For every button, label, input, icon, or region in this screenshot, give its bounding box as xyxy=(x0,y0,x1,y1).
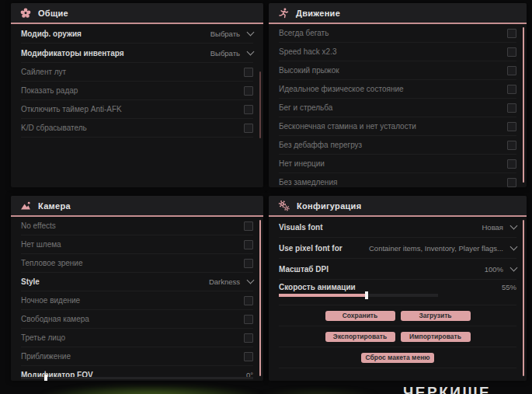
chevron-down-icon xyxy=(247,28,255,36)
movement-scrollbar[interactable] xyxy=(523,27,524,183)
fov-slider[interactable] xyxy=(21,377,253,379)
high-jump-row[interactable]: Высокий прыжок xyxy=(279,61,516,80)
grass-blur-background xyxy=(43,385,260,394)
inventory-mod-row: Модификаторы инвентаря Выбрать xyxy=(21,44,253,63)
no-helmet-checkbox[interactable] xyxy=(244,240,253,249)
no-slowdown-checkbox[interactable] xyxy=(507,178,516,187)
free-camera-checkbox[interactable] xyxy=(244,315,253,324)
dpi-scale-label: Масштаб DPI xyxy=(279,265,329,274)
weapon-mod-dropdown[interactable]: Выбрать xyxy=(210,30,253,38)
anim-slider-handle[interactable] xyxy=(365,291,368,299)
chevron-down-icon xyxy=(247,47,255,55)
panel-general-header[interactable]: Общие xyxy=(11,3,263,24)
night-vision-checkbox[interactable] xyxy=(244,296,253,305)
weapon-mod-label: Модиф. оружия xyxy=(21,30,82,38)
show-radar-row[interactable]: Показать радар xyxy=(21,82,253,100)
thermal-vision-row[interactable]: Тепловое зрение xyxy=(21,254,253,273)
grass-blur-background-2 xyxy=(256,389,381,394)
zoom-checkbox[interactable] xyxy=(244,352,253,361)
chevron-down-icon xyxy=(247,277,255,284)
inventory-mod-dropdown[interactable]: Выбрать xyxy=(210,49,253,58)
show-radar-checkbox[interactable] xyxy=(244,86,253,96)
location-name-overlay: ЧЕРКИШЕ xyxy=(403,384,491,394)
high-jump-checkbox[interactable] xyxy=(507,66,516,75)
panel-general: Общие Модиф. оружия Выбрать Модификаторы… xyxy=(11,3,263,187)
panel-movement: Движение Всегда бегать Speed hack x2.3 В… xyxy=(269,3,527,187)
weapon-mod-row: Модиф. оружия Выбрать xyxy=(21,24,253,44)
panel-config: Конфигурация Visuals font Новая Use pixe… xyxy=(269,196,527,381)
mod-menu-screen: ЧЕРКИШЕ Общие Модиф. оружия Выбрать xyxy=(0,0,532,394)
camera-scrollbar[interactable] xyxy=(259,220,261,376)
save-button[interactable]: Сохранить xyxy=(325,311,395,321)
config-buttons-row-2: Экспортировать Импортировать xyxy=(279,326,516,347)
import-button[interactable]: Импортировать xyxy=(401,332,471,342)
panel-general-title: Общие xyxy=(38,9,68,18)
no-slowdown-row[interactable]: Без замедления xyxy=(279,173,516,187)
silent-loot-row[interactable]: Сайлент лут xyxy=(21,63,253,82)
infinite-stamina-row[interactable]: Бесконечная стамина и нет усталости xyxy=(279,117,516,136)
chevron-down-icon xyxy=(510,221,518,229)
pixel-font-dropdown[interactable]: Container items, Inventory, Player flags… xyxy=(369,244,516,253)
chevron-down-icon xyxy=(510,242,518,250)
image-icon xyxy=(20,200,31,211)
third-person-checkbox[interactable] xyxy=(244,333,253,343)
kd-reset-checkbox[interactable] xyxy=(244,124,253,133)
always-run-checkbox[interactable] xyxy=(507,29,516,38)
no-effects-checkbox[interactable] xyxy=(244,221,253,231)
anti-afk-row[interactable]: Отключить таймер Anti-AFK xyxy=(21,100,253,119)
config-buttons-row-1: Сохранить Загрузить xyxy=(279,305,516,326)
anim-slider-fill xyxy=(279,294,367,297)
panel-camera: Камера No effects Нет шлема Тепловое зре… xyxy=(11,196,263,381)
kd-reset-row[interactable]: K/D сбрасыватель xyxy=(21,119,253,138)
dpi-scale-row: Масштаб DPI 100% xyxy=(279,259,516,280)
panel-movement-title: Движение xyxy=(296,9,340,18)
panel-config-header[interactable]: Конфигурация xyxy=(269,196,527,217)
pixel-font-label: Use pixel font for xyxy=(279,244,342,253)
visuals-font-label: Visuals font xyxy=(279,223,323,232)
dpi-scale-dropdown[interactable]: 100% xyxy=(485,265,516,274)
flower-icon xyxy=(20,8,31,19)
pixel-font-row: Use pixel font for Container items, Inve… xyxy=(279,238,516,259)
anim-speed-row: Скорость анимации 55% xyxy=(279,280,516,305)
infinite-stamina-checkbox[interactable] xyxy=(507,122,516,131)
visuals-font-dropdown[interactable]: Новая xyxy=(482,223,516,232)
no-inertia-checkbox[interactable] xyxy=(507,159,516,169)
night-vision-row[interactable]: Ночное видение xyxy=(21,291,253,310)
anim-speed-slider[interactable] xyxy=(279,294,438,297)
config-buttons-row-3: Сброс макета меню xyxy=(279,347,516,368)
style-dropdown[interactable]: Darkness xyxy=(209,277,253,286)
speed-hack-checkbox[interactable] xyxy=(507,47,516,57)
export-button[interactable]: Экспортировать xyxy=(325,332,395,342)
perfect-condition-checkbox[interactable] xyxy=(507,85,516,94)
no-helmet-row[interactable]: Нет шлема xyxy=(21,235,253,254)
no-overload-debuff-row[interactable]: Без дебаффа перегруз xyxy=(279,136,516,155)
fov-slider-handle[interactable] xyxy=(44,375,47,381)
free-camera-row[interactable]: Свободная камера xyxy=(21,310,253,329)
inventory-mod-label: Модификаторы инвентаря xyxy=(21,49,124,58)
style-row: Style Darkness xyxy=(21,273,253,291)
panel-movement-header[interactable]: Движение xyxy=(269,3,527,24)
style-label: Style xyxy=(21,277,40,286)
third-person-row[interactable]: Третье лицо xyxy=(21,329,253,347)
always-run-row[interactable]: Всегда бегать xyxy=(279,24,516,43)
no-overload-debuff-checkbox[interactable] xyxy=(507,141,516,150)
perfect-condition-row[interactable]: Идеальное физическое состояние xyxy=(279,80,516,99)
anim-speed-label: Скорость анимации xyxy=(279,283,356,291)
no-inertia-row[interactable]: Нет инерции xyxy=(279,155,516,173)
visuals-font-row: Visuals font Новая xyxy=(279,217,516,238)
thermal-vision-checkbox[interactable] xyxy=(244,259,253,268)
run-and-shoot-checkbox[interactable] xyxy=(507,103,516,113)
no-effects-row[interactable]: No effects xyxy=(21,217,253,235)
anti-afk-checkbox[interactable] xyxy=(244,105,253,114)
zoom-row[interactable]: Приближение xyxy=(21,347,253,366)
runner-icon xyxy=(278,8,289,19)
run-and-shoot-row[interactable]: Бег и стрельба xyxy=(279,99,516,117)
silent-loot-checkbox[interactable] xyxy=(244,68,253,77)
general-scrollbar[interactable] xyxy=(259,71,261,138)
reset-menu-layout-button[interactable]: Сброс макета меню xyxy=(361,353,434,363)
config-scrollbar[interactable] xyxy=(523,220,524,376)
speed-hack-row[interactable]: Speed hack x2.3 xyxy=(279,43,516,61)
panel-camera-header[interactable]: Камера xyxy=(11,196,263,217)
load-button[interactable]: Загрузить xyxy=(401,311,471,321)
gears-icon xyxy=(278,200,290,211)
